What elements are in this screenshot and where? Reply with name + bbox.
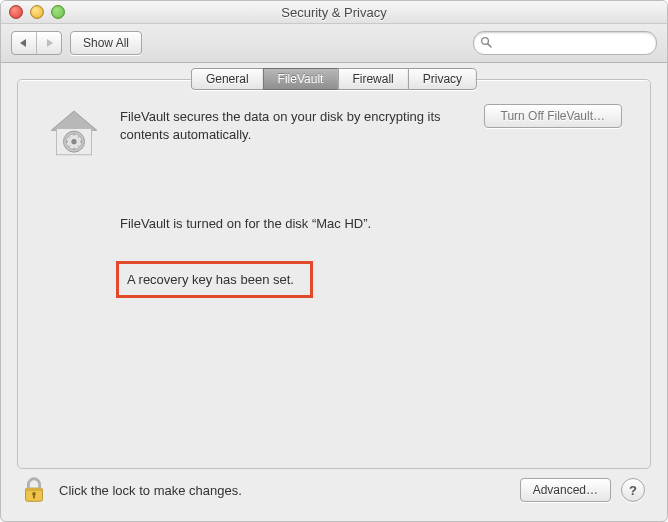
- turn-off-filevault-button[interactable]: Turn Off FileVault…: [484, 104, 622, 128]
- svg-marker-0: [20, 39, 26, 47]
- pane-inner: FileVault secures the data on your disk …: [18, 80, 650, 318]
- window-traffic-lights: [9, 5, 65, 19]
- lock-hint-text: Click the lock to make changes.: [59, 483, 510, 498]
- svg-rect-18: [26, 488, 43, 491]
- filevault-header-row: FileVault secures the data on your disk …: [46, 104, 622, 160]
- close-button[interactable]: [9, 5, 23, 19]
- show-all-button[interactable]: Show All: [70, 31, 142, 55]
- help-button[interactable]: ?: [621, 478, 645, 502]
- toolbar: Show All: [1, 24, 667, 63]
- tab-firewall[interactable]: Firewall: [337, 68, 407, 90]
- tab-general[interactable]: General: [191, 68, 263, 90]
- lock-icon[interactable]: [19, 475, 49, 505]
- window-title: Security & Privacy: [1, 5, 667, 20]
- search-field[interactable]: [473, 31, 657, 55]
- search-input[interactable]: [496, 35, 650, 51]
- tab-privacy[interactable]: Privacy: [408, 68, 477, 90]
- forward-button[interactable]: [37, 32, 61, 54]
- titlebar: Security & Privacy: [1, 1, 667, 24]
- filevault-status-text: FileVault is turned on for the disk “Mac…: [120, 216, 622, 231]
- back-button[interactable]: [12, 32, 37, 54]
- prefs-pane: General FileVault Firewall Privacy: [17, 79, 651, 469]
- svg-line-3: [488, 44, 491, 47]
- minimize-button[interactable]: [30, 5, 44, 19]
- filevault-house-icon: [46, 104, 102, 160]
- footer: Click the lock to make changes. Advanced…: [17, 469, 651, 511]
- advanced-label: Advanced…: [533, 483, 598, 497]
- prefs-window: Security & Privacy Show All General File: [0, 0, 668, 522]
- advanced-button[interactable]: Advanced…: [520, 478, 611, 502]
- zoom-button[interactable]: [51, 5, 65, 19]
- tab-filevault[interactable]: FileVault: [263, 68, 338, 90]
- nav-segment: [11, 31, 62, 55]
- search-icon: [480, 36, 492, 50]
- svg-rect-20: [33, 494, 35, 499]
- svg-point-8: [71, 139, 76, 144]
- forward-triangle-icon: [45, 39, 53, 47]
- svg-marker-4: [51, 111, 97, 130]
- svg-marker-1: [47, 39, 53, 47]
- tabs: General FileVault Firewall Privacy: [191, 68, 477, 90]
- filevault-description: FileVault secures the data on your disk …: [120, 104, 466, 144]
- recovery-key-text: A recovery key has been set.: [127, 272, 294, 287]
- content-area: General FileVault Firewall Privacy: [1, 63, 667, 521]
- show-all-label: Show All: [83, 36, 129, 50]
- recovery-key-highlight: A recovery key has been set.: [116, 261, 313, 298]
- turn-off-filevault-label: Turn Off FileVault…: [501, 109, 605, 123]
- back-triangle-icon: [20, 39, 28, 47]
